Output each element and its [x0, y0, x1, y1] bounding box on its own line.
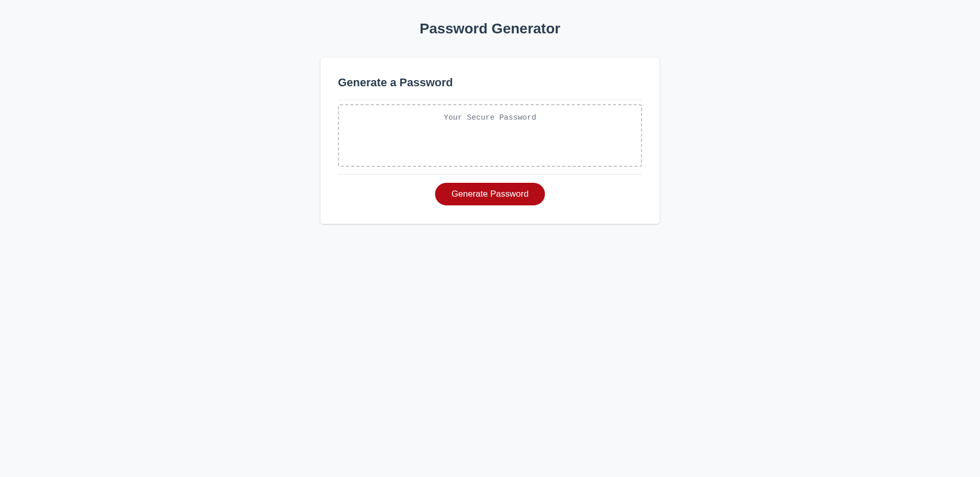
card-title: Generate a Password — [338, 76, 642, 89]
card-header: Generate a Password — [338, 76, 642, 100]
generate-button[interactable]: Generate Password — [435, 183, 545, 205]
card-body — [338, 100, 642, 175]
password-output[interactable] — [338, 104, 642, 167]
generator-card: Generate a Password Generate Password — [321, 58, 659, 224]
page-title: Password Generator — [249, 21, 731, 37]
card-footer: Generate Password — [338, 175, 642, 205]
